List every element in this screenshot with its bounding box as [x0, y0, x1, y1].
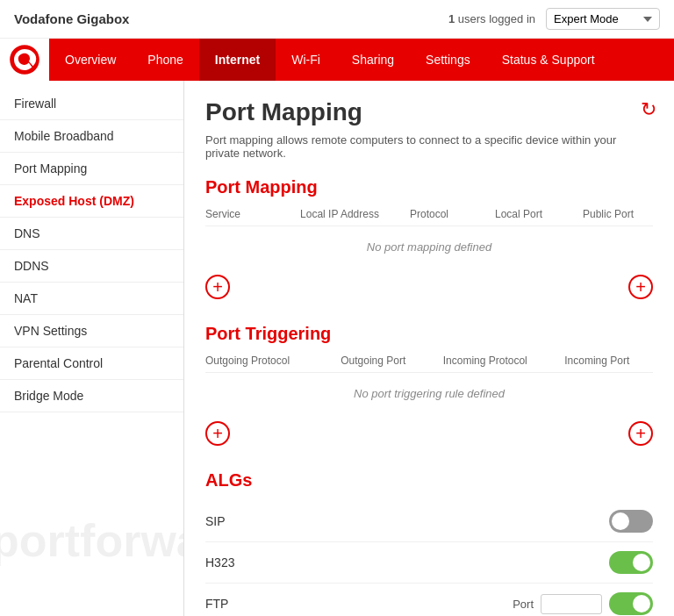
alg-sip-row: SIP [205, 501, 653, 542]
vodafone-logo [0, 39, 49, 81]
app-header: Vodafone Gigabox 1 users logged in Exper… [0, 0, 674, 39]
sidebar-item-ddns[interactable]: DDNS [0, 250, 183, 283]
port-mapping-title: Port Mapping [205, 177, 653, 197]
sidebar-item-nat[interactable]: NAT [0, 283, 183, 315]
nav-wifi[interactable]: Wi-Fi [276, 39, 336, 81]
sidebar-item-exposed-host[interactable]: Exposed Host (DMZ) [0, 185, 183, 218]
navbar: Overview Phone Internet Wi-Fi Sharing Se… [0, 39, 674, 81]
nav-settings[interactable]: Settings [410, 39, 486, 81]
main-content: ↻ Port Mapping Port mapping allows remot… [184, 81, 674, 616]
ftp-port-label: Port [513, 598, 534, 611]
col-public-port: Public Port [563, 208, 653, 220]
col-incoming-port: Incoming Port [541, 355, 654, 367]
port-mapping-header: Service Local IP Address Protocol Local … [205, 208, 653, 226]
col-incoming-proto: Incoming Protocol [429, 355, 541, 367]
port-triggering-add-button-right[interactable]: + [628, 421, 653, 446]
users-logged: 1 users logged in [448, 12, 535, 25]
nav-overview[interactable]: Overview [49, 39, 132, 81]
col-local-port: Local Port [474, 208, 563, 220]
port-mapping-section: Port Mapping Service Local IP Address Pr… [205, 177, 653, 299]
sidebar-item-port-mapping[interactable]: Port Mapping [0, 153, 183, 185]
alg-ftp-slider [609, 592, 653, 615]
sidebar-item-bridge[interactable]: Bridge Mode [0, 380, 183, 412]
alg-h323-slider [609, 551, 653, 574]
nav-internet[interactable]: Internet [199, 39, 276, 81]
alg-ftp-row: FTP Port [205, 584, 653, 616]
alg-h323-row: H323 [205, 542, 653, 584]
main-layout: portforward Firewall Mobile Broadband Po… [0, 81, 674, 616]
algs-title: ALGs [205, 470, 653, 491]
nav-items: Overview Phone Internet Wi-Fi Sharing Se… [49, 39, 611, 81]
alg-ftp-label: FTP [205, 597, 228, 611]
alg-sip-toggle[interactable] [609, 510, 653, 533]
sidebar-item-vpn[interactable]: VPN Settings [0, 315, 183, 347]
alg-h323-toggle[interactable] [609, 551, 653, 574]
col-outgoing-proto: Outgoing Protocol [205, 355, 318, 367]
refresh-icon[interactable]: ↻ [641, 98, 656, 121]
port-triggering-header: Outgoing Protocol Outgoing Port Incoming… [205, 355, 653, 373]
users-count: 1 [448, 12, 455, 25]
ftp-port-input[interactable] [541, 594, 602, 614]
alg-sip-slider [609, 510, 653, 533]
nav-status-support[interactable]: Status & Support [486, 39, 611, 81]
alg-ftp-right: Port [513, 592, 653, 615]
port-triggering-add-button[interactable]: + [205, 421, 230, 446]
col-outgoing-port: Outgoing Port [318, 355, 430, 367]
port-triggering-empty: No port triggering rule defined [205, 376, 653, 411]
sidebar-item-firewall[interactable]: Firewall [0, 88, 183, 120]
nav-sharing[interactable]: Sharing [336, 39, 410, 81]
col-service: Service [205, 208, 295, 220]
port-mapping-add-button[interactable]: + [205, 275, 230, 299]
mode-select[interactable]: Expert Mode Standard Mode [546, 8, 660, 30]
page-title: Port Mapping [205, 98, 653, 126]
alg-ftp-toggle[interactable] [609, 592, 653, 615]
page-desc: Port mapping allows remote computers to … [205, 133, 653, 160]
sidebar-item-mobile-broadband[interactable]: Mobile Broadband [0, 120, 183, 153]
sidebar-item-parental[interactable]: Parental Control [0, 347, 183, 380]
watermark: portforward [0, 518, 184, 563]
port-mapping-empty: No port mapping defined [205, 230, 653, 264]
alg-sip-label: SIP [205, 514, 226, 528]
nav-phone[interactable]: Phone [132, 39, 198, 81]
port-triggering-section: Port Triggering Outgoing Protocol Outgoi… [205, 324, 653, 446]
port-triggering-title: Port Triggering [205, 324, 653, 344]
col-local-ip: Local IP Address [295, 208, 384, 220]
port-mapping-add-button-right[interactable]: + [628, 275, 653, 299]
col-protocol: Protocol [384, 208, 474, 220]
header-right: 1 users logged in Expert Mode Standard M… [448, 8, 660, 30]
sidebar-item-dns[interactable]: DNS [0, 218, 183, 250]
app-title: Vodafone Gigabox [14, 11, 129, 26]
algs-section: ALGs SIP H323 FTP [205, 470, 653, 616]
alg-h323-label: H323 [205, 555, 234, 569]
sidebar: portforward Firewall Mobile Broadband Po… [0, 81, 184, 616]
